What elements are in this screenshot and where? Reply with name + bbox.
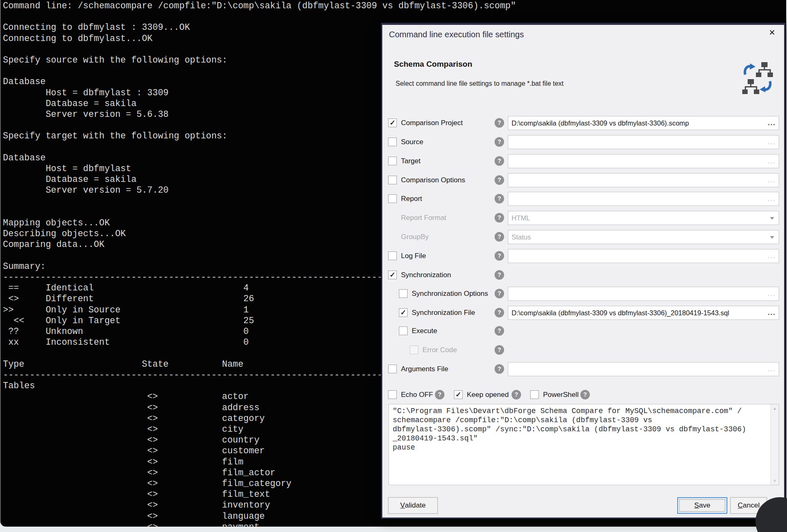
keep-opened-checkbox[interactable]: ✓ <box>454 390 463 399</box>
log-file-label: Log File <box>401 252 426 260</box>
help-icon[interactable]: ? <box>495 289 504 298</box>
browse-button[interactable]: ... <box>768 192 776 206</box>
field-value: D:\comp\sakila (dbfmylast-3309 vs dbfmyl… <box>508 309 779 317</box>
arguments-file-checkbox[interactable]: ✓ <box>388 365 397 373</box>
check-icon: ✓ <box>399 309 407 317</box>
dropdown-value: HTML <box>508 214 779 222</box>
row-synchronization-options: ✓ Synchronization Options ? ... <box>382 287 784 301</box>
target-checkbox[interactable]: ✓ <box>388 157 397 165</box>
powershell-label: PowerShell <box>543 391 579 399</box>
groupby-dropdown[interactable]: Status <box>508 230 779 244</box>
browse-button[interactable]: ... <box>768 135 776 149</box>
help-icon[interactable]: ? <box>495 308 504 317</box>
comparison-options-label: Comparison Options <box>401 176 465 184</box>
check-icon: ✓ <box>454 391 462 399</box>
synchronization-file-field[interactable]: D:\comp\sakila (dbfmylast-3309 vs dbfmyl… <box>508 306 779 320</box>
row-log-file: ✓ Log File ? ... <box>382 249 784 263</box>
keep-opened-label: Keep opened <box>467 391 509 399</box>
execute-label: Execute <box>412 327 437 335</box>
comparison-project-field[interactable]: D:\comp\sakila (dbfmylast-3309 vs dbfmyl… <box>508 116 779 130</box>
execute-checkbox[interactable]: ✓ <box>399 326 408 335</box>
error-code-checkbox: ✓ <box>410 346 418 354</box>
save-button[interactable]: Save <box>677 497 727 514</box>
synchronization-options-label: Synchronization Options <box>412 290 488 298</box>
synchronization-file-label: Synchronization File <box>412 309 475 317</box>
synchronization-options-checkbox[interactable]: ✓ <box>399 289 408 298</box>
help-icon[interactable]: ? <box>495 270 504 280</box>
log-file-field[interactable]: ... <box>508 249 779 263</box>
command-line-settings-dialog: Command line execution file settings ✕ S… <box>381 23 785 519</box>
help-icon[interactable]: ? <box>495 364 504 374</box>
report-format-label: Report Format <box>401 214 447 222</box>
arguments-file-label: Arguments File <box>401 365 448 373</box>
report-format-dropdown[interactable]: HTML <box>508 211 779 225</box>
browse-button[interactable]: ... <box>768 116 776 130</box>
row-execute: ✓ Execute ? <box>382 324 784 338</box>
scroll-down-icon[interactable]: ▼ <box>771 479 779 483</box>
screenshot-root: Command line: /schemacompare /compfile:"… <box>0 0 787 532</box>
log-file-checkbox[interactable]: ✓ <box>388 251 397 260</box>
row-groupby: GroupBy ? Status <box>382 230 784 244</box>
field-value: D:\comp\sakila (dbfmylast-3309 vs dbfmyl… <box>508 119 779 127</box>
comparison-options-field[interactable]: ... <box>508 173 779 187</box>
help-icon[interactable]: ? <box>495 326 504 336</box>
report-label: Report <box>401 195 422 203</box>
help-icon[interactable]: ? <box>580 390 590 399</box>
row-batch-options: ✓ Echo OFF ? ✓ Keep opened ? ✓ PowerShel… <box>382 388 784 402</box>
help-icon[interactable]: ? <box>495 156 504 166</box>
validate-button[interactable]: Validate <box>388 497 438 514</box>
browse-button[interactable]: ... <box>768 155 776 168</box>
cancel-button-label: C <box>738 501 743 510</box>
browse-button[interactable]: ... <box>768 249 776 263</box>
browse-button[interactable]: ... <box>768 287 776 300</box>
close-icon[interactable]: ✕ <box>767 27 777 38</box>
help-icon[interactable]: ? <box>495 232 504 242</box>
source-checkbox[interactable]: ✓ <box>388 138 397 146</box>
row-source: ✓ Source ? ... <box>382 135 784 149</box>
section-title: Schema Comparison <box>394 60 472 69</box>
scroll-up-icon[interactable]: ▲ <box>771 406 779 411</box>
help-icon[interactable]: ? <box>435 390 444 399</box>
echo-off-checkbox[interactable]: ✓ <box>388 390 397 399</box>
help-icon[interactable]: ? <box>495 345 504 355</box>
browse-button[interactable]: ... <box>768 363 776 376</box>
desktop-strip <box>0 527 787 532</box>
row-synchronization-file: ✓ Synchronization File ? D:\comp\sakila … <box>382 306 784 320</box>
source-field[interactable]: ... <box>508 135 779 149</box>
arguments-file-field[interactable]: ... <box>508 362 779 376</box>
help-icon[interactable]: ? <box>495 118 504 128</box>
synchronization-file-checkbox[interactable]: ✓ <box>399 308 408 317</box>
help-icon[interactable]: ? <box>495 194 504 203</box>
row-target: ✓ Target ? ... <box>382 154 784 168</box>
help-icon[interactable]: ? <box>495 137 504 147</box>
help-icon[interactable]: ? <box>495 213 504 222</box>
help-icon[interactable]: ? <box>495 175 504 185</box>
row-report: ✓ Report ? ... <box>382 192 784 206</box>
row-synchronization: ✓ Synchronization ? <box>382 268 784 282</box>
synchronization-checkbox[interactable]: ✓ <box>388 271 397 279</box>
dropdown-value: Status <box>508 233 779 241</box>
bat-file-text: "C:\Program Files\Devart\dbForge Schema … <box>389 404 779 452</box>
comparison-project-checkbox[interactable]: ✓ <box>388 118 397 127</box>
error-code-label: Error Code <box>422 346 457 354</box>
comparison-options-checkbox[interactable]: ✓ <box>388 176 397 184</box>
scrollbar[interactable]: ▲ ▼ <box>770 404 779 485</box>
synchronization-options-field[interactable]: ... <box>508 287 779 301</box>
source-label: Source <box>401 138 423 146</box>
powershell-checkbox[interactable]: ✓ <box>530 390 539 399</box>
target-field[interactable]: ... <box>508 154 779 168</box>
browse-button[interactable]: ... <box>768 174 776 187</box>
groupby-label: GroupBy <box>401 233 429 241</box>
bat-file-text-area[interactable]: "C:\Program Files\Devart\dbForge Schema … <box>389 404 779 485</box>
chevron-down-icon <box>770 217 774 220</box>
browse-button[interactable]: ... <box>768 306 776 319</box>
target-label: Target <box>401 157 420 165</box>
row-error-code: ✓ Error Code ? <box>382 343 784 357</box>
report-field[interactable]: ... <box>508 192 779 206</box>
help-icon[interactable]: ? <box>495 251 504 261</box>
help-icon[interactable]: ? <box>512 390 521 399</box>
row-report-format: Report Format ? HTML <box>382 211 784 225</box>
synchronization-label: Synchronization <box>401 271 451 279</box>
report-checkbox[interactable]: ✓ <box>388 194 397 203</box>
row-comparison-project: ✓ Comparison Project ? D:\comp\sakila (d… <box>382 116 784 130</box>
